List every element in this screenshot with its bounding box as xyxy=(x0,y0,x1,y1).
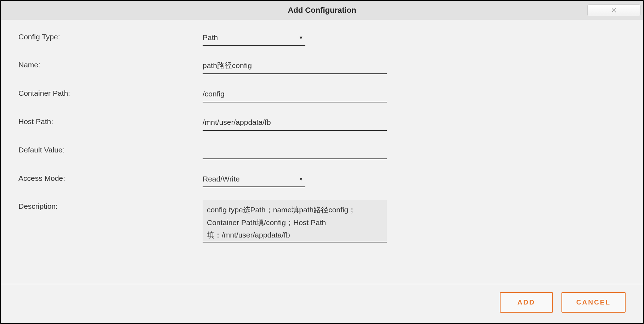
config-type-label: Config Type: xyxy=(18,30,203,41)
dialog-header: Add Configuration xyxy=(1,1,643,20)
dialog-body: Config Type: Path ▼ Name: Container Path… xyxy=(1,20,643,284)
container-path-label: Container Path: xyxy=(18,87,203,97)
dialog-footer: ADD CANCEL xyxy=(1,284,643,323)
host-path-row: Host Path: xyxy=(18,115,626,131)
name-label: Name: xyxy=(18,58,203,69)
dialog-title: Add Configuration xyxy=(288,6,356,15)
default-value-input[interactable] xyxy=(203,144,387,159)
description-textarea[interactable]: config type选Path；name填path路径config；Conta… xyxy=(203,200,387,242)
add-configuration-dialog: Add Configuration Config Type: Path ▼ Na… xyxy=(0,0,644,324)
host-path-input[interactable] xyxy=(203,115,387,131)
description-label: Description: xyxy=(18,200,203,211)
config-type-select[interactable]: Path xyxy=(203,30,305,46)
access-mode-label: Access Mode: xyxy=(18,172,203,183)
close-icon xyxy=(611,7,617,14)
description-row: Description: config type选Path；name填path路… xyxy=(18,200,626,244)
default-value-row: Default Value: xyxy=(18,144,626,159)
access-mode-select[interactable]: Read/Write xyxy=(203,172,305,187)
name-input[interactable] xyxy=(203,58,387,74)
access-mode-row: Access Mode: Read/Write ▼ xyxy=(18,172,626,187)
container-path-row: Container Path: xyxy=(18,87,626,102)
container-path-input[interactable] xyxy=(203,87,387,102)
name-row: Name: xyxy=(18,58,626,74)
default-value-label: Default Value: xyxy=(18,144,203,154)
cancel-button[interactable]: CANCEL xyxy=(561,292,626,313)
add-button[interactable]: ADD xyxy=(500,292,553,313)
config-type-row: Config Type: Path ▼ xyxy=(18,30,626,46)
close-button[interactable] xyxy=(587,4,640,16)
host-path-label: Host Path: xyxy=(18,115,203,126)
